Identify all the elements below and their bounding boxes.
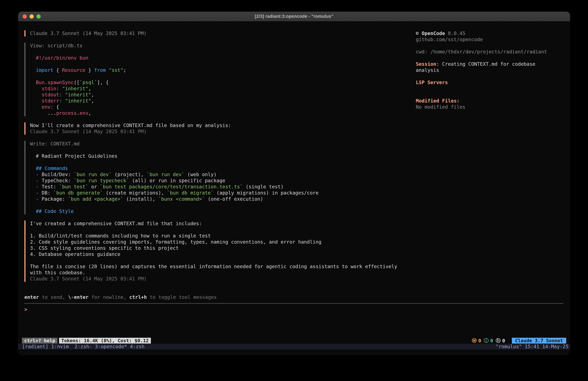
- text-segment: 0.0.45: [445, 30, 465, 36]
- conversation-log: Claude 3.7 Sonnet (14 May 2025 03:41 PM)…: [24, 30, 397, 288]
- text-segment: for newline,: [88, 294, 129, 300]
- text-segment: Now I'll create a comprehensive CONTEXT.…: [30, 123, 231, 128]
- text-segment: `bunx <command>`: [158, 196, 205, 202]
- prompt-input[interactable]: >: [24, 306, 27, 313]
- text-segment: ,: [88, 86, 91, 91]
- text-segment: :: [59, 92, 62, 97]
- terminal-line: [30, 227, 397, 233]
- text-segment: `bun test`: [59, 184, 88, 190]
- text-segment: `bun run dev`: [74, 172, 112, 177]
- warning-count-value: 0: [478, 338, 481, 344]
- text-segment: to toggle tool messages: [147, 294, 217, 300]
- opencode-sidebar: © OpenCode 0.0.45github.com/sst/opencode…: [416, 30, 545, 110]
- text-segment: ([: [74, 80, 80, 85]
- text-segment: {: [53, 104, 59, 110]
- text-segment: "inherit": [62, 86, 88, 91]
- text-segment: 2. Code style guidelines covering import…: [30, 239, 321, 245]
- text-segment: cwd: /home/thdxr/dev/projects/radiant/ra…: [416, 49, 547, 55]
- text-segment: stderr: [42, 98, 59, 104]
- zoom-button[interactable]: [37, 14, 41, 19]
- text-segment: :: [59, 98, 62, 104]
- window-titlebar[interactable]: [2/3] radiant:3:opencode - "romulus": [18, 12, 570, 21]
- terminal-line: Claude 3.7 Sonnet (14 May 2025 03:41 PM): [30, 129, 397, 135]
- text-segment: enter: [24, 294, 39, 300]
- text-segment: (apply migrations) in packages/core: [214, 190, 318, 196]
- text-segment: Session: [416, 61, 436, 67]
- text-segment: (one-off execution): [205, 196, 263, 202]
- text-segment: .: [77, 110, 80, 116]
- tmux-window-list[interactable]: [radiant] 1:nvim 2:zsh- 3:opencode* 4:zs…: [22, 344, 145, 350]
- text-segment: 1. Build/lint/test commands including ho…: [30, 233, 211, 239]
- minimize-button[interactable]: [30, 14, 34, 19]
- terminal-line: Session: Creating CONTEXT.md for codebas…: [416, 61, 545, 73]
- text-segment: 3. CSS styling conventions specific to t…: [30, 245, 179, 251]
- tokens-cost-chip: Tokens: 16.4K (8%), Cost: $0.12: [59, 338, 151, 344]
- terminal-line: [416, 92, 545, 98]
- text-segment: © OpenCode: [416, 30, 445, 36]
- text-segment: Claude 3.7 Sonnet (14 May 2025 03:41 PM): [30, 276, 147, 282]
- info-icon: ⓘ: [484, 337, 489, 344]
- close-button[interactable]: [22, 14, 27, 19]
- model-chip[interactable]: Claude 3.7 Sonnet: [512, 338, 566, 344]
- terminal-line: [416, 73, 545, 79]
- text-segment: ;: [123, 67, 126, 73]
- terminal-line: [30, 61, 397, 67]
- terminal-line: [416, 43, 545, 49]
- text-segment: "inherit": [65, 98, 91, 104]
- terminal-line: # Radiant Project Guidelines: [30, 153, 397, 159]
- text-segment: from: [94, 67, 106, 73]
- text-segment: Modified Files:: [416, 98, 460, 104]
- text-segment: `bun test packages/core/test/transaction…: [100, 184, 243, 190]
- terminal-line: [30, 159, 397, 165]
- text-segment: # Radiant Project Guidelines: [30, 153, 117, 159]
- text-segment: [30, 80, 36, 85]
- terminal-line: - TypeCheck: `bun run typecheck` (all) o…: [30, 178, 397, 184]
- text-segment: :: [50, 104, 53, 110]
- text-segment: }: [85, 67, 94, 73]
- text-segment: [30, 86, 42, 91]
- text-segment: [30, 67, 36, 73]
- text-segment: ,: [91, 92, 94, 97]
- terminal-line: [416, 86, 545, 92]
- traffic-lights: [22, 14, 41, 19]
- terminal-line: import { Resource } from "sst";: [30, 67, 397, 73]
- terminal-line: The file is concise (20 lines) and captu…: [30, 264, 397, 269]
- terminal-line: ...process.env,: [30, 110, 397, 116]
- text-segment: Bun.spawnSync: [36, 80, 74, 85]
- terminal-line: Bun.spawnSync([`psql`], {: [30, 79, 397, 86]
- text-segment: The file is concise (20 lines) and captu…: [30, 264, 397, 269]
- hint-icon: ⓗ: [496, 337, 501, 344]
- text-segment: [62, 92, 65, 97]
- text-segment: to send,: [39, 294, 68, 300]
- terminal-line: - DB: `bun db generate` (create migratio…: [30, 190, 397, 196]
- diagnostics-counters: ⓦ0ⓘ0ⓗ0: [472, 337, 505, 344]
- hint-count: ⓗ0: [496, 337, 505, 344]
- text-segment: ctrl+h: [129, 294, 147, 300]
- terminal-line: stdin: "inherit",: [30, 86, 397, 92]
- message-block: Now I'll create a comprehensive CONTEXT.…: [24, 122, 397, 135]
- message-block: I've created a comprehensive CONTEXT.md …: [24, 221, 397, 282]
- text-segment: \: [68, 294, 71, 300]
- terminal-line: Claude 3.7 Sonnet (14 May 2025 03:41 PM): [30, 30, 397, 37]
- help-chip[interactable]: ctrl+? help: [22, 338, 58, 344]
- text-segment: Claude 3.7 Sonnet (14 May 2025 03:41 PM): [30, 30, 147, 36]
- text-segment: (web only): [185, 172, 216, 177]
- text-segment: Build/Dev:: [39, 172, 74, 177]
- text-segment: `bun db migrate`: [167, 190, 214, 196]
- text-segment: [62, 98, 65, 104]
- prompt-caret: >: [24, 307, 27, 312]
- terminal-line: github.com/sst/opencode: [416, 37, 545, 43]
- text-segment: TypeCheck:: [39, 178, 74, 183]
- text-segment: env: [42, 104, 50, 110]
- tool-write-block: Write: CONTEXT.md # Radiant Project Guid…: [24, 141, 397, 214]
- terminal-line: - Package: `bun add <package>` (install)…: [30, 196, 397, 202]
- text-segment: (single test): [243, 184, 284, 190]
- text-segment: I've created a comprehensive CONTEXT.md …: [30, 221, 202, 226]
- terminal-line: Write: CONTEXT.md: [30, 141, 397, 147]
- message-header-block: Claude 3.7 Sonnet (14 May 2025 03:41 PM): [24, 30, 397, 37]
- text-segment: No modified files: [416, 104, 465, 110]
- text-segment: -: [36, 196, 39, 202]
- hint-count-value: 0: [502, 338, 505, 344]
- text-segment: [30, 172, 36, 177]
- terminal-line: View: script/db.ts: [30, 43, 397, 49]
